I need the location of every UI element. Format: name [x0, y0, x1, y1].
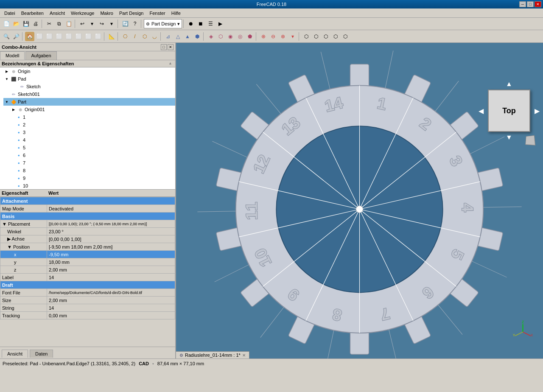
arc-tool[interactable]: ◡ [150, 32, 159, 41]
tree-item-6[interactable]: 🔹 6 [15, 151, 175, 159]
macro-view-button[interactable]: ☰ [206, 19, 215, 28]
minimize-button[interactable]: ─ [519, 1, 526, 7]
solid-tool-4[interactable]: ◎ [235, 32, 245, 41]
tree-item-4[interactable]: 🔹 4 [15, 136, 175, 144]
3d-viewport[interactable]: 1 1 2 2 3 3 4 4 5 5 6 [176, 43, 543, 358]
prop-row-winkel[interactable]: Winkel 23,00 ° [0, 228, 175, 235]
prop-row-y[interactable]: y 18,00 mm [0, 258, 175, 266]
save-button[interactable]: 💾 [21, 19, 31, 28]
prop-row-placement[interactable]: ▼ Placement [(0,00 0,00 1,00); 23,00 °; … [0, 220, 175, 228]
menu-datei[interactable]: Datei [2, 10, 18, 17]
solid-tool-1[interactable]: ◈ [206, 32, 216, 41]
window-controls[interactable]: ─ □ ✕ [519, 1, 541, 7]
sketch-tool[interactable]: ⎔ [120, 32, 130, 41]
menu-makro[interactable]: Makro [98, 10, 116, 17]
tab-modell[interactable]: Modell [0, 51, 25, 60]
prop-row-label[interactable]: Label 14 [0, 274, 175, 281]
tree-item-9[interactable]: 🔹 9 [15, 174, 175, 182]
tree-item-sketch[interactable]: ✏ Sketch [12, 83, 175, 90]
prop-row-achse[interactable]: ▶ Achse [0,00 0,00 1,00] [0, 235, 175, 243]
tree-item-sketch001[interactable]: ✏ Sketch001 [3, 90, 175, 98]
tree-item-pad[interactable]: ▼ ⬛ Pad [3, 75, 175, 83]
view-bottom-button[interactable]: ⬜ [84, 32, 93, 41]
view-home-button[interactable]: 🏠 [25, 32, 34, 41]
tree-item-5[interactable]: 🔹 5 [15, 144, 175, 151]
prop-row-size[interactable]: Size 2,00 mm [0, 297, 175, 304]
tree-item-3[interactable]: 🔹 3 [15, 129, 175, 136]
nav-cube-corner[interactable] [525, 135, 535, 146]
prop-row-z[interactable]: z 2,00 mm [0, 266, 175, 274]
tab-ansicht[interactable]: Ansicht [2, 350, 28, 358]
prop-row-mapmode[interactable]: Map Mode Deactivated [0, 205, 175, 213]
menu-werkzeuge[interactable]: Werkzeuge [68, 10, 97, 17]
nav-down-arrow[interactable]: ▼ [506, 134, 512, 141]
workbench-selector[interactable]: ⚙ Part Design ▾ [144, 19, 182, 28]
help-button[interactable]: ? [130, 19, 140, 28]
tree-item-1[interactable]: 🔹 1 [15, 113, 175, 121]
solid-tool-2[interactable]: ⬡ [216, 32, 225, 41]
macro-play-button[interactable]: ▶ [216, 19, 225, 28]
bool-tool-dropdown[interactable]: ▾ [288, 32, 297, 41]
tree-item-10[interactable]: 🔹 10 [15, 182, 175, 190]
nav-up-arrow[interactable]: ▲ [506, 80, 512, 88]
menu-fenster[interactable]: Fenster [147, 10, 168, 17]
undo-dropdown[interactable]: ▾ [87, 19, 97, 28]
close-button[interactable]: ✕ [535, 1, 541, 7]
extra-tool-2[interactable]: ⬡ [311, 32, 321, 41]
open-button[interactable]: 📂 [11, 19, 21, 28]
rect-tool[interactable]: ⬡ [140, 32, 149, 41]
part-tool-1[interactable]: ⊿ [163, 32, 173, 41]
viewport-tab-close[interactable]: ✕ [242, 353, 246, 358]
prop-row-tracking[interactable]: Tracking 0,00 mm [0, 312, 175, 319]
zoom-button[interactable]: 🔎 [11, 32, 21, 41]
view-right-button[interactable]: ⬜ [54, 32, 64, 41]
cut-button[interactable]: ✂ [45, 19, 54, 28]
viewport-tab[interactable]: ⚙ Radiuslehre_01-14mm : 1* ✕ [176, 351, 249, 358]
part-tool-3[interactable]: ▲ [183, 32, 192, 41]
redo-dropdown[interactable]: ▾ [107, 19, 116, 28]
bool-tool-2[interactable]: ⊖ [269, 32, 278, 41]
prop-row-string[interactable]: String 14 [0, 304, 175, 312]
bool-tool-1[interactable]: ⊕ [259, 32, 268, 41]
solid-tool-3[interactable]: ◉ [226, 32, 235, 41]
menu-part-design[interactable]: Part Design [117, 10, 146, 17]
combo-close-button[interactable]: ✕ [168, 44, 174, 50]
undo-button[interactable]: ↩ [78, 19, 87, 28]
view-top-button[interactable]: ⬜ [45, 32, 54, 41]
combo-detach-button[interactable]: □ [161, 44, 167, 50]
solid-tool-5[interactable]: ⬟ [245, 32, 255, 41]
prop-row-position[interactable]: ▼ Position [-9,50 mm 18,00 mm 2,00 mm] [0, 243, 175, 251]
macro-record-button[interactable]: ⏺ [186, 19, 196, 28]
tree-item-7[interactable]: 🔹 7 [15, 159, 175, 167]
part-tool-2[interactable]: △ [173, 32, 182, 41]
tree-item-8[interactable]: 🔹 8 [15, 167, 175, 174]
prop-row-fontfile[interactable]: Font File /home/sepp/Dokumente/CAD/fonts… [0, 289, 175, 297]
extra-tool-3[interactable]: ⬡ [321, 32, 330, 41]
tab-daten[interactable]: Daten [30, 350, 53, 358]
macro-stop-button[interactable]: ⏹ [196, 19, 205, 28]
bool-tool-3[interactable]: ⊗ [278, 32, 288, 41]
view-front-button[interactable]: ⬜ [35, 32, 44, 41]
maximize-button[interactable]: □ [527, 1, 534, 7]
line-tool[interactable]: / [130, 32, 140, 41]
tree-item-origin001[interactable]: ▶ ⊕ Origin001 [10, 106, 175, 113]
tab-aufgaben[interactable]: Aufgaben [25, 51, 56, 60]
search-button[interactable]: 🔍 [2, 32, 11, 41]
part-tool-4[interactable]: ⬢ [193, 32, 202, 41]
extra-tool-5[interactable]: ⬡ [341, 32, 350, 41]
view-iso-button[interactable]: ⬜ [93, 32, 103, 41]
paste-button[interactable]: 📋 [64, 19, 73, 28]
redo-button[interactable]: ↪ [97, 19, 106, 28]
extra-tool-1[interactable]: ⬡ [302, 32, 311, 41]
new-button[interactable]: 📄 [2, 19, 11, 28]
print-button[interactable]: 🖨 [31, 19, 40, 28]
menu-bearbeiten[interactable]: Bearbeiten [19, 10, 46, 17]
nav-right-arrow[interactable]: ▶ [535, 107, 540, 115]
extra-tool-4[interactable]: ⬡ [331, 32, 340, 41]
menu-hilfe[interactable]: Hilfe [169, 10, 183, 17]
tree-item-origin[interactable]: ▶ ⊕ Origin [3, 67, 175, 75]
view-back-button[interactable]: ⬜ [74, 32, 83, 41]
model-tree[interactable]: ▶ ⊕ Origin ▼ ⬛ Pad ✏ Sketch ✏ Sketch001 [0, 67, 175, 190]
nav-cube-face-top[interactable]: Top [488, 90, 530, 132]
refresh-button[interactable]: 🔄 [120, 19, 130, 28]
